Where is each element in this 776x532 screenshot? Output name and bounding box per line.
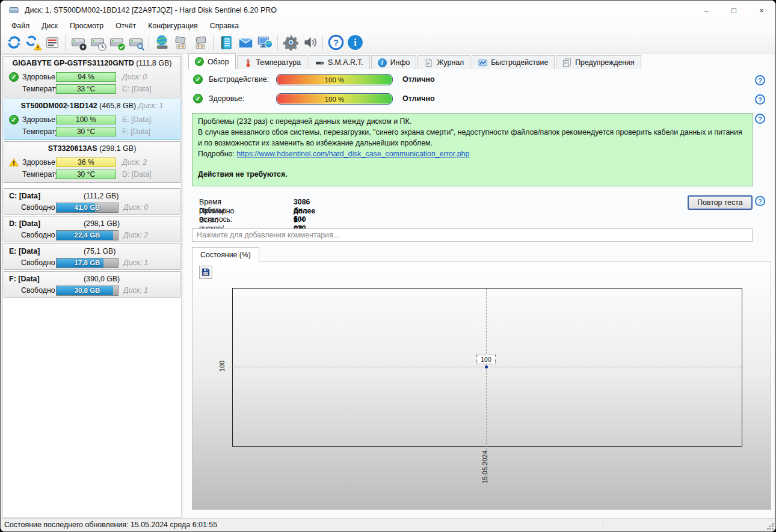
health-ok-icon: ✓ [9,72,19,82]
disk-number-label: Диск: 1 [123,258,148,267]
tab-info[interactable]: iИнфо [371,55,417,69]
disk-test-icon[interactable] [108,34,126,52]
x-axis-tick: 15.05.2024 [481,448,490,486]
help-question-icon[interactable]: ? [755,114,765,124]
toolbar-separator [65,35,66,50]
partition-size: (390,0 GB) [84,275,120,283]
menu-file[interactable]: Файл [5,20,35,31]
disk-item-0[interactable]: GIGABYTE GP-GSTFS31120GNTD (111,8 GB) ✓ … [4,56,180,97]
minimize-button[interactable]: – [692,1,720,20]
details-link[interactable]: https://www.hdsentinel.com/hard_disk_cas… [236,150,469,158]
tab-overview[interactable]: ✓Обзор [188,54,236,69]
free-space-value: 22,4 GB [57,231,118,240]
svg-text:?: ? [333,38,339,47]
free-label: Свободно [21,203,55,212]
disk-number-label: Диск: 0 [122,73,147,81]
advisory-line2: В случае внезапного сбоя системы, переза… [198,127,747,149]
close-button[interactable]: × [748,1,775,20]
disk-size: (298,1 GB) [99,144,136,153]
space-usage-bar: 30,8 GB [56,286,119,296]
disk-sound-icon[interactable] [69,34,87,52]
disk-clock-icon[interactable] [88,34,106,52]
tab-smart[interactable]: S.M.A.R.T. [309,55,370,69]
free-space-value: 41,0 GB [57,203,118,212]
retest-button[interactable]: Повтор теста [688,195,753,210]
tab-alerts[interactable]: Предупреждения [556,55,641,69]
status-chart-panel: Состояние (%) 100 100 15.05.2024 [192,247,771,510]
drive-icon [315,58,324,67]
toolbar-separator [149,35,149,50]
statusbar-divider [603,521,603,530]
status-bar: Состояние последнего обновления: 15.05.2… [1,518,775,531]
disk-search-icon[interactable] [127,34,145,52]
maximize-button[interactable]: □ [720,1,748,20]
space-usage-bar: 22,4 GB [56,230,119,240]
data-point-label: 100 [476,355,496,364]
disk-number-label: Диск: 2 [123,231,148,239]
svg-text:i: i [354,37,357,47]
free-space-value: 17,8 GB [57,258,118,268]
menu-report[interactable]: Отчёт [109,20,142,31]
disk-insert-icon[interactable] [191,34,209,52]
refresh-warning-icon[interactable] [24,34,42,52]
partition-item-d[interactable]: D: [Data] (298,1 GB) Свободно 22,4 GB Ди… [4,216,180,242]
volume-label: C: [Data] [122,85,152,93]
info-icon[interactable]: i [346,34,364,52]
menu-disk[interactable]: Диск [35,20,64,31]
help-question-icon[interactable]: ? [755,75,765,85]
performance-status: Отлично [402,75,435,84]
toolbar-separator [213,35,214,50]
disk-remove-icon[interactable] [172,34,190,52]
gridline-vertical [486,289,487,453]
disk-number-label: Диск: 2 [122,158,147,167]
partition-item-f[interactable]: F: [Data] (390,0 GB) Свободно 30,8 GB Ди… [4,271,180,298]
tab-temperature[interactable]: Температура [237,55,307,69]
help-question-icon[interactable]: ? [755,196,765,206]
performance-label: Быстродействие: [209,75,269,84]
health-bar: 94 % [56,72,116,82]
disk-item-2[interactable]: ST3320613AS (298,1 GB) Здоровье: 36 % Ди… [4,141,180,183]
space-usage-bar: 17,8 GB [56,258,119,268]
save-chart-button[interactable] [199,266,212,279]
space-usage-bar: 41,0 GB [56,203,119,213]
disk-item-1-selected[interactable]: ST500DM002-1BD142 (465,8 GB) Диск: 1 ✓ З… [4,99,180,140]
report-icon[interactable] [217,34,235,52]
menu-help[interactable]: Справка [204,20,245,31]
email-icon[interactable] [236,34,254,52]
chart-tab-status[interactable]: Состояние (%) [192,247,259,262]
chart-body: 100 100 15.05.2024 [192,261,771,510]
details-label: Подробно: [198,150,235,158]
tab-performance[interactable]: Быстродействие [472,55,555,69]
ok-check-icon: ✓ [193,75,203,84]
window-title: Диск: 1, ST500DM002-1BD142 [Z2A9TJQZ] - … [25,6,277,14]
status-text: Состояние последнего обновления: 15.05.2… [4,521,217,529]
disk-name: ST500DM002-1BD142 [20,102,97,110]
comment-input[interactable] [192,228,753,242]
disk-properties-icon[interactable] [43,34,61,52]
partition-item-c[interactable]: C: [Data] (111,2 GB) Свободно 41,0 GB Ди… [4,188,180,215]
disk-number-label: Диск: 1 [123,286,148,295]
partition-item-e[interactable]: E: [Data] (75,1 GB) Свободно 17,8 GB Дис… [4,243,180,270]
free-space-value: 30,8 GB [57,286,118,295]
free-label: Свободно [21,258,55,267]
menu-configuration[interactable]: Конфигурация [142,20,204,31]
remote-monitoring-icon[interactable] [256,34,274,52]
volume-label: D: [Data] [122,170,152,179]
advisory-action: Действия не требуются. [198,170,747,180]
refresh-icon[interactable] [5,34,23,52]
sounds-icon[interactable] [301,34,319,52]
network-disks-icon[interactable] [153,34,171,52]
help-question-icon[interactable]: ? [755,94,765,105]
tab-log[interactable]: Журнал [417,55,470,69]
advisory-message-box: Проблемы (232 раз) с передачей данных ме… [192,113,753,186]
settings-gear-icon[interactable] [282,34,300,52]
disk-name: GIGABYTE GP-GSTFS31120GNTD [13,59,134,67]
toolbar-separator [322,35,323,50]
partition-name: F: [Data] [9,275,40,283]
app-icon [8,5,19,16]
menu-view[interactable]: Просмотр [64,20,109,31]
resize-grip[interactable] [772,528,774,530]
health-label: Здоровье: [209,94,244,103]
help-icon[interactable]: ? [327,34,345,52]
ok-check-icon: ✓ [193,94,203,103]
